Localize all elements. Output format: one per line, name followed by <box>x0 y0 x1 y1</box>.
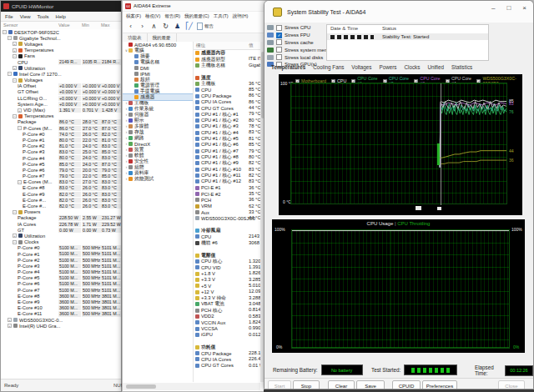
expand-icon[interactable]: + <box>8 324 12 328</box>
cpuid-button[interactable]: CPUID <box>392 380 421 389</box>
aida64-titlebar[interactable]: 64 AIDA64 Extreme <box>123 1 266 12</box>
refresh-icon[interactable]: ↻ <box>162 23 169 30</box>
collapse-icon[interactable]: − <box>18 180 22 184</box>
category-item[interactable]: IPMI <box>123 71 193 77</box>
report-button[interactable]: 報告 <box>197 23 214 30</box>
sensor-row[interactable]: P-Core #75100 M...500 MHz5101 M... <box>1 287 121 293</box>
aida-menu-4[interactable]: 工具(T) <box>214 13 229 19</box>
pane-item-row[interactable]: iGPU0.012 V <box>194 332 260 338</box>
stress-checkbox[interactable] <box>276 39 282 45</box>
sensor-row[interactable]: +WDS500G3X0C-0... <box>1 317 121 323</box>
sensor-row[interactable]: +Temperatures <box>1 48 121 53</box>
sensor-row[interactable]: E-Core #83600 M...500 MHz3801 M... <box>1 293 121 299</box>
save-button[interactable]: Save <box>356 380 385 389</box>
pane-item-row[interactable]: CPU Package86 °C <box>194 93 260 98</box>
clear-button[interactable]: Clear <box>328 380 355 389</box>
expand-icon[interactable]: + <box>18 108 22 113</box>
category-item[interactable]: 電腦名稱 <box>123 59 193 65</box>
aida-menu-3[interactable]: 我的最愛(C) <box>184 13 209 19</box>
sensor-row[interactable]: P-Core #679.0 °C20.0 °C79.0 °C <box>1 167 121 173</box>
sensor-row[interactable]: +Utilization <box>1 233 121 239</box>
sensor-row[interactable]: Package228.50 W2.55 W231.27 W <box>1 215 121 221</box>
col-min[interactable]: Min <box>82 23 89 28</box>
expand-icon[interactable]: + <box>13 48 17 53</box>
sensor-row[interactable]: P-Core #35100 M...500 MHz5101 M... <box>1 263 121 269</box>
stress-checkbox[interactable] <box>276 47 282 53</box>
scrollbar-thumb[interactable] <box>126 384 156 389</box>
pane-col-value[interactable]: 值 <box>249 43 254 48</box>
maximize-icon[interactable]: □ <box>506 4 511 12</box>
sensor-row[interactable]: E-Core #...82.0 °C26.0 °C83.0 °C <box>1 197 121 203</box>
category-item[interactable]: ›軟體 <box>123 153 193 158</box>
sensor-row[interactable]: P-Core #45100 M...500 MHz5101 M... <box>1 269 121 275</box>
sensor-row[interactable]: P-Core #15100 M...500 MHz5101 M... <box>1 251 121 257</box>
log-col-status[interactable]: Status <box>382 26 396 31</box>
pane-item-row[interactable]: +1.8 V1.826 V <box>194 270 260 276</box>
category-item[interactable]: AIDA64 v6.90.6500 <box>123 42 193 48</box>
pane-item-row[interactable]: CPU GT Cores0.01 W <box>194 363 260 369</box>
graph-tab-clocks[interactable]: Clocks <box>404 64 420 70</box>
horizontal-scrollbar[interactable] <box>123 383 260 390</box>
expand-icon[interactable]: + <box>13 42 17 46</box>
collapse-icon[interactable]: − <box>3 30 7 34</box>
sensor-row[interactable]: CPU2149 R...1035 R...2184 R... <box>1 59 121 65</box>
pane-item-row[interactable]: VCCSA0.990 V <box>194 325 260 331</box>
col-value[interactable]: Value <box>58 23 70 28</box>
category-item[interactable]: ›裝置 <box>123 147 193 153</box>
stop-button[interactable]: Stop <box>293 380 320 389</box>
sensor-row[interactable]: −Fans <box>1 53 121 59</box>
stress-checkbox[interactable] <box>276 54 282 60</box>
hw-menu-tools[interactable]: Tools <box>38 14 49 19</box>
sensor-row[interactable]: −P-Cores (M...86.0 °C27.0 °C87.0 °C <box>1 125 121 131</box>
category-item[interactable]: ›伺服器 <box>123 112 193 118</box>
sensor-row[interactable]: E-Core #93600 M...500 MHz3801 M... <box>1 299 121 304</box>
collapse-icon[interactable]: − <box>13 54 17 58</box>
pane-item-row[interactable]: VDD20.583 V <box>194 314 260 319</box>
log-col-datetime[interactable]: Date & Time <box>330 26 358 31</box>
sensor-row[interactable]: −Temperatures <box>1 113 121 119</box>
collapse-icon[interactable]: − <box>13 78 17 83</box>
sensor-row[interactable]: P-Core #180.0 °C22.0 °C81.0 °C <box>1 137 121 143</box>
pane-col-field[interactable]: 欄位 <box>196 43 205 48</box>
collapse-icon[interactable]: − <box>13 240 17 244</box>
col-sensor[interactable]: Sensor <box>3 23 18 28</box>
sensor-row[interactable]: E-Core #103600 M...500 MHz3801 M... <box>1 305 121 311</box>
pane-item-row[interactable]: VRM62 °C <box>194 204 260 209</box>
sensor-row[interactable]: −E-Cores (M...83.0 °C27.0 °C83.0 °C <box>1 179 121 185</box>
pane-item-row[interactable]: PCH36 °C <box>194 197 260 203</box>
pane-item-row[interactable]: +3.3 V3.285 V <box>194 277 260 283</box>
sensor-row[interactable]: P-Core #25100 M...500 MHz5101 M... <box>1 257 121 263</box>
pane-item-row[interactable]: CPU Package228.15 W <box>194 350 260 356</box>
graph-tab-cooling-fans[interactable]: Cooling Fans <box>313 64 344 70</box>
graph-tab-unified[interactable]: Unified <box>427 64 444 70</box>
sensor-row[interactable]: P-Core #779.0 °C22.0 °C85.0 °C <box>1 173 121 179</box>
pane-item-row[interactable]: PCI-E #235 °C <box>194 191 260 197</box>
expand-icon[interactable]: + <box>8 318 12 322</box>
sensor-row[interactable]: IA Offset+0.000 V+0.000 V+0.000 V <box>1 83 121 89</box>
pane-item-row[interactable]: VCCIN Aux1.824 V <box>194 319 260 325</box>
pane-item-row[interactable]: CPU VID1.391 V <box>194 264 260 270</box>
category-item[interactable]: ›網路 <box>123 135 193 141</box>
category-item[interactable]: ›主機板 <box>123 100 193 106</box>
sensor-row[interactable]: P-Core #281.0 °C24.0 °C83.0 °C <box>1 143 121 149</box>
sensor-row[interactable]: E-Core #883.0 °C26.0 °C83.0 °C <box>1 185 121 191</box>
category-item[interactable]: 感應器 <box>123 94 193 100</box>
pane-item-row[interactable]: CPU IA Cores86 °C <box>194 99 260 105</box>
pane-item-row[interactable]: CPU85 °C <box>194 87 260 93</box>
sensor-row[interactable]: P-Core #383.0 °C25.0 °C85.0 °C <box>1 149 121 155</box>
hw-menu-help[interactable]: Help <box>56 14 66 19</box>
category-item[interactable]: ›作業系統 <box>123 106 193 112</box>
pane-item-row[interactable]: PCI-E #136 °C <box>194 185 260 191</box>
sensor-row[interactable]: E-Core #113600 M...500 MHz3801 M... <box>1 311 121 317</box>
sensor-row[interactable]: E-Core #982.0 °C26.0 °C83.0 °C <box>1 191 121 197</box>
graph-tab-voltages[interactable]: Voltages <box>351 64 371 70</box>
aida-menu-0[interactable]: 檔案(F) <box>126 13 141 19</box>
pane-item-row[interactable]: WDS500G3X0C-00SJG044 °C <box>194 215 260 221</box>
graph-tab-powers[interactable]: Powers <box>379 64 396 70</box>
pane-item-row[interactable]: 主機板名稱Gigabyte B66... <box>194 63 260 68</box>
pane-item-row[interactable]: 主機板36 °C <box>194 81 260 87</box>
sensor-row[interactable]: +Intel(R) UHD Gra... <box>1 323 121 329</box>
sensor-row[interactable]: P-Core #05100 M...500 MHz5101 M... <box>1 245 121 251</box>
aida-menu-5[interactable]: 說明(H) <box>233 13 249 19</box>
minimize-icon[interactable]: – <box>491 4 495 12</box>
